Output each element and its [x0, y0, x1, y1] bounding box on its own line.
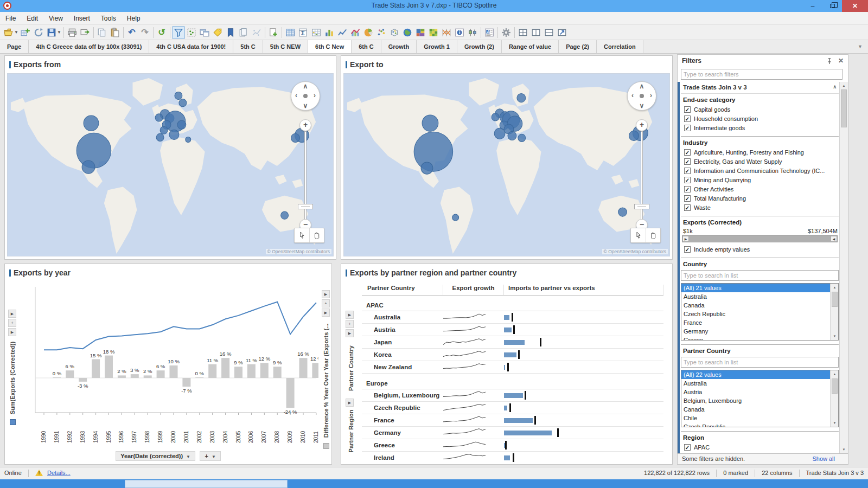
list-item[interactable]: Canada: [681, 301, 838, 310]
toolbar-map-chart-button[interactable]: [401, 26, 414, 39]
table-row[interactable]: France: [362, 414, 663, 427]
map-bubble[interactable]: [494, 128, 505, 139]
map-bubble[interactable]: [175, 92, 182, 99]
map-bubble[interactable]: [492, 113, 499, 121]
yoy-bar[interactable]: [234, 367, 242, 378]
list-item[interactable]: Austria: [681, 388, 838, 396]
x-axis-add-selector[interactable]: +▼: [200, 451, 220, 461]
map-bubble[interactable]: [281, 211, 289, 219]
tab-4th-c-usa-data-for-1900-[interactable]: 4th C USA data for 1900!: [149, 40, 233, 53]
map-bubble[interactable]: [629, 131, 639, 140]
map-pan-control[interactable]: ∧∨‹›: [291, 81, 320, 111]
checkbox-icon[interactable]: ✓: [684, 158, 691, 165]
table-row[interactable]: Germany: [362, 427, 663, 439]
map-bubble[interactable]: [82, 160, 95, 174]
table-row[interactable]: Korea: [362, 349, 663, 361]
filter-list-partner-country[interactable]: (All) 22 valuesAustraliaAustriaBelgium, …: [681, 370, 839, 427]
toolbar-pie-chart-button[interactable]: [362, 26, 375, 39]
toolbar-undo-button[interactable]: ↶: [125, 26, 138, 39]
toolbar-combination-chart-button[interactable]: [349, 26, 362, 39]
map-pan-control[interactable]: ∧∨‹›: [627, 81, 656, 111]
yoy-bar[interactable]: [247, 364, 256, 378]
map-bubble[interactable]: [76, 133, 111, 168]
filter-checkbox-mining-and-quarrying[interactable]: ✓Mining and Quarrying: [681, 175, 839, 184]
map-bubble[interactable]: [156, 133, 164, 141]
map-bubble[interactable]: [508, 131, 516, 140]
yoy-bar[interactable]: [170, 365, 178, 378]
toolbar-copy-button[interactable]: [95, 26, 108, 39]
tab-growth[interactable]: Growth: [381, 40, 417, 53]
map-bubble[interactable]: [414, 132, 453, 171]
filter-checkbox-apac[interactable]: ✓APAC: [681, 442, 839, 452]
toolbar-table-button[interactable]: [284, 26, 297, 39]
close-filters-icon[interactable]: ✕: [838, 57, 844, 65]
toolbar-tag-button[interactable]: [211, 26, 224, 39]
toolbar-layout-maximize-button[interactable]: [556, 26, 569, 39]
toolbar-paste-button[interactable]: [108, 26, 122, 39]
checkbox-icon[interactable]: ✓: [684, 125, 691, 131]
menu-help[interactable]: Help: [122, 12, 146, 25]
map-zoom-in-button[interactable]: +: [299, 119, 311, 131]
toolbar-bookmark-button[interactable]: [224, 26, 237, 39]
map-bubble[interactable]: [155, 114, 163, 121]
list-scrollbar[interactable]: ▲▼: [830, 370, 838, 427]
toolbar-details-visualization-button[interactable]: i: [453, 26, 466, 39]
details-link[interactable]: Details...: [47, 470, 71, 476]
map-bubble[interactable]: [160, 126, 168, 134]
yoy-bar[interactable]: [53, 377, 61, 378]
tab-growth-2-[interactable]: Growth (2): [457, 40, 502, 53]
scrollbar-thumb[interactable]: [832, 292, 838, 307]
map-bubble[interactable]: [177, 120, 186, 129]
toolbar-scatter-plot-button[interactable]: [375, 26, 388, 39]
pan-south-icon[interactable]: ∨: [303, 102, 308, 110]
list-item[interactable]: Chile: [681, 414, 838, 422]
map-bubble[interactable]: [518, 134, 526, 142]
chevron-up-icon[interactable]: ∧: [833, 84, 837, 89]
menu-insert[interactable]: Insert: [68, 12, 95, 25]
tab-correlation[interactable]: Correlation: [597, 40, 643, 53]
y2-axis-settings-button[interactable]: ▶: [322, 309, 330, 317]
toolbar-layout-hsplit-button[interactable]: [542, 26, 556, 39]
map-canvas[interactable]: ∧∨‹› + − © OpenStreetMap contributors: [7, 73, 334, 256]
checkbox-icon[interactable]: ✓: [684, 444, 691, 451]
map-zoom-in-button[interactable]: +: [636, 119, 648, 131]
tab-5th-c[interactable]: 5th C: [233, 40, 263, 53]
toolbar-refresh-button[interactable]: [32, 26, 45, 39]
menu-tools[interactable]: Tools: [95, 12, 122, 25]
map-pan-tool-button[interactable]: [309, 228, 324, 242]
filter-list-country[interactable]: (All) 21 valuesAustraliaCanadaCzech Repu…: [681, 283, 839, 341]
list-item[interactable]: (All) 22 values: [681, 370, 838, 379]
filter-checkbox-agriculture-hunting-forestry-and-fishing[interactable]: ✓Agriculture, Hunting, Forestry and Fish…: [681, 147, 839, 157]
range-slider[interactable]: ▶◀: [682, 235, 838, 242]
world-map[interactable]: [8, 74, 333, 256]
checkbox-icon[interactable]: ✓: [684, 115, 691, 122]
toolbar-box-plot-button[interactable]: [466, 26, 479, 39]
filter-group-header[interactable]: Trade Stats Join 3 v 3∧: [681, 82, 839, 94]
map-bubble[interactable]: [291, 133, 300, 142]
yoy-bar[interactable]: [299, 358, 308, 378]
yoy-bar[interactable]: [118, 375, 126, 378]
toolbar-scatter-3d-button[interactable]: [388, 26, 401, 39]
pan-west-icon[interactable]: ‹: [295, 92, 297, 99]
list-item[interactable]: France: [681, 318, 838, 327]
yoy-bar[interactable]: [131, 374, 139, 378]
table-row[interactable]: Belgium, Luxembourg: [362, 389, 663, 402]
toolbar-new-page-button[interactable]: [267, 26, 280, 39]
list-item[interactable]: Australia: [681, 292, 838, 301]
list-search-input[interactable]: [681, 357, 839, 368]
x-axis-selector[interactable]: Year(Date (corrected))▼: [116, 451, 195, 461]
map-canvas[interactable]: ∧∨‹› + − © OpenStreetMap contributors: [343, 73, 670, 256]
pan-east-icon[interactable]: ›: [650, 92, 652, 99]
table-row[interactable]: New Zealand: [362, 361, 663, 374]
map-bubble[interactable]: [186, 137, 191, 142]
toolbar-cross-table-button[interactable]: [310, 26, 323, 39]
scroll-up-icon[interactable]: ▲: [831, 284, 839, 291]
scroll-up-icon[interactable]: ▲: [840, 82, 848, 89]
toolbar-select-marked-button[interactable]: [185, 26, 198, 39]
list-item[interactable]: Czech Republic: [681, 310, 838, 318]
tab-4th-c-greece-data-off-by-100x-33091-[interactable]: 4th C Greece data off by 100x (33091): [29, 40, 149, 53]
y-axis-add-button[interactable]: +: [8, 319, 16, 327]
yoy-bar[interactable]: [260, 363, 269, 378]
list-item[interactable]: Czech Republic: [681, 422, 838, 427]
pan-north-icon[interactable]: ∧: [640, 82, 644, 90]
